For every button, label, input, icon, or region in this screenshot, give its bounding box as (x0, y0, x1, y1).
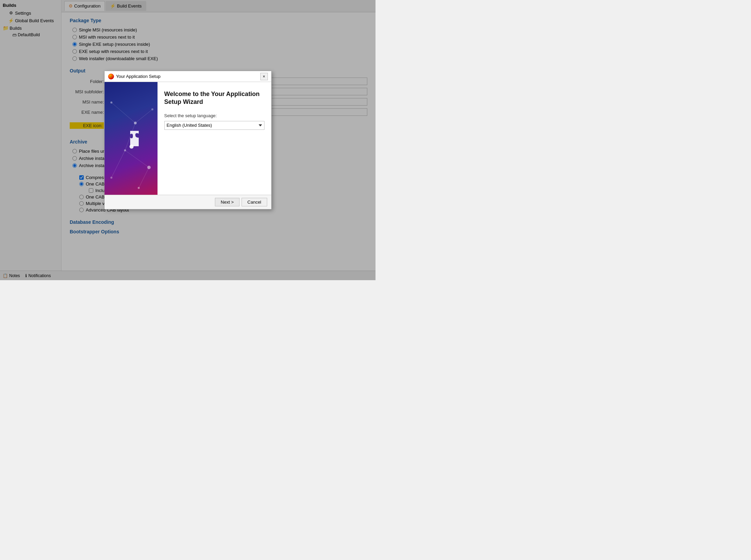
wizard-modal: Your Application Setup × (104, 71, 272, 209)
svg-point-10 (110, 101, 112, 104)
cancel-button[interactable]: Cancel (242, 198, 267, 206)
svg-line-6 (125, 123, 135, 150)
modal-welcome-title: Welcome to the Your Application Setup Wi… (164, 90, 264, 106)
modal-title-text: Your Application Setup (116, 74, 161, 79)
svg-point-13 (124, 149, 126, 151)
modal-footer: Next > Cancel (105, 195, 271, 209)
svg-line-7 (125, 150, 149, 167)
svg-point-3 (110, 75, 112, 78)
svg-point-11 (134, 122, 137, 124)
svg-line-8 (111, 150, 125, 178)
svg-point-15 (110, 177, 112, 179)
modal-body: Welcome to the Your Application Setup Wi… (105, 82, 271, 195)
close-icon: × (263, 74, 265, 79)
svg-line-4 (111, 103, 135, 123)
modal-content-panel: Welcome to the Your Application Setup Wi… (158, 82, 271, 195)
svg-line-5 (135, 109, 152, 123)
modal-close-button[interactable]: × (260, 73, 268, 80)
modal-titlebar: Your Application Setup × (105, 71, 271, 82)
modal-lang-select[interactable]: English (United States) (164, 121, 264, 130)
svg-point-12 (151, 108, 153, 110)
modal-title-icon (108, 73, 114, 80)
svg-line-9 (139, 167, 149, 188)
modal-image-panel (105, 82, 158, 195)
modal-lang-label: Select the setup language: (164, 113, 264, 118)
next-button[interactable]: Next > (215, 198, 240, 206)
svg-point-16 (138, 187, 140, 189)
modal-overlay: Your Application Setup × (0, 0, 376, 280)
modal-title-left: Your Application Setup (108, 73, 161, 80)
svg-point-14 (147, 166, 151, 169)
network-decoration (105, 82, 158, 195)
